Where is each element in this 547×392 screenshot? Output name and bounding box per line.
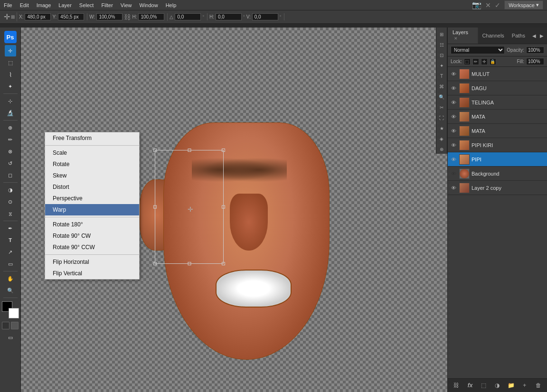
layer-eye-layer2copy[interactable]: 👁 bbox=[450, 184, 457, 192]
mini-btn-6[interactable]: ⌘ bbox=[437, 82, 446, 91]
group-layers-btn[interactable]: 📁 bbox=[506, 381, 516, 390]
transform-handle-bl[interactable] bbox=[153, 262, 157, 265]
transform-handle-tl[interactable] bbox=[153, 149, 157, 152]
ctx-skew[interactable]: Skew bbox=[45, 170, 139, 181]
text-tool[interactable]: T bbox=[5, 234, 16, 246]
transform-handle-bm[interactable] bbox=[188, 262, 191, 265]
transform-handle-br[interactable] bbox=[222, 262, 225, 265]
link-icon[interactable]: ⛓ bbox=[124, 13, 131, 21]
adjustment-layer-btn[interactable]: ◑ bbox=[492, 381, 502, 390]
transform-handle-ml[interactable] bbox=[153, 205, 157, 209]
layer-pipi[interactable]: 👁 PIPI bbox=[448, 152, 547, 167]
cancel-icon[interactable]: ✕ bbox=[485, 1, 491, 9]
layer-eye-background[interactable]: 👁 bbox=[450, 170, 457, 177]
quick-mask-normal[interactable] bbox=[2, 322, 9, 329]
crop-tool[interactable]: ⊹ bbox=[5, 95, 16, 107]
ctx-scale[interactable]: Scale bbox=[45, 147, 139, 159]
layer-dagu[interactable]: 👁 DAGU bbox=[448, 81, 547, 95]
ctx-rotate[interactable]: Rotate bbox=[45, 159, 139, 170]
lasso-tool[interactable]: ⌇ bbox=[5, 69, 16, 80]
zoom-tool[interactable]: 🔍 bbox=[5, 285, 16, 296]
pen-tool[interactable]: ✒ bbox=[5, 223, 16, 234]
layer-eye-telinga[interactable]: 👁 bbox=[450, 99, 457, 106]
mini-btn-1[interactable]: ⊞ bbox=[437, 29, 446, 39]
layer-layer2copy[interactable]: 👁 Layer 2 copy bbox=[448, 181, 547, 195]
layer-telinga[interactable]: 👁 TELINGA bbox=[448, 95, 547, 110]
layer-eye-pipi[interactable]: 👁 bbox=[450, 156, 457, 163]
mini-btn-5[interactable]: T bbox=[437, 71, 446, 81]
background-color[interactable] bbox=[9, 308, 19, 318]
mini-btn-3[interactable]: ⊡ bbox=[437, 50, 446, 60]
mini-btn-10[interactable]: ★ bbox=[437, 123, 446, 133]
clone-stamp-tool[interactable]: ⊗ bbox=[5, 146, 16, 157]
healing-tool[interactable]: ⊕ bbox=[5, 122, 16, 133]
h-input[interactable] bbox=[138, 13, 164, 20]
layer-pipi-kiri[interactable]: 👁 PIPI KIRI bbox=[448, 138, 547, 152]
color-chips[interactable] bbox=[2, 301, 19, 318]
history-brush-tool[interactable]: ↺ bbox=[5, 158, 16, 169]
menu-layer[interactable]: Layer bbox=[55, 1, 75, 9]
quick-mask-mode[interactable] bbox=[11, 322, 19, 329]
blur-tool[interactable]: ⊙ bbox=[5, 196, 16, 207]
add-mask-btn[interactable]: ⬚ bbox=[479, 381, 489, 390]
ctx-warp[interactable]: Warp bbox=[45, 204, 139, 215]
panel-collapse-btn[interactable]: ◀ bbox=[531, 33, 538, 38]
gradient-tool[interactable]: ◑ bbox=[5, 184, 16, 196]
lock-transparency[interactable]: ⬚ bbox=[464, 58, 471, 65]
fx-btn[interactable]: fx bbox=[465, 381, 475, 390]
path-select-tool[interactable]: ↗ bbox=[5, 246, 16, 258]
lock-all[interactable]: 🔒 bbox=[490, 58, 496, 65]
link-layers-btn[interactable]: ⛓ bbox=[452, 381, 461, 390]
menu-image[interactable]: Image bbox=[33, 1, 55, 9]
workspace-button[interactable]: Workspace ▾ bbox=[504, 0, 543, 9]
layer-mulut[interactable]: 👁 MULUT bbox=[448, 67, 547, 81]
eraser-tool[interactable]: ◻ bbox=[5, 169, 16, 181]
move-tool[interactable]: ✛ bbox=[5, 45, 16, 56]
eyedropper-tool[interactable]: 🔬 bbox=[5, 107, 16, 119]
mini-btn-8[interactable]: ✂ bbox=[437, 103, 446, 112]
mini-btn-4[interactable]: ✦ bbox=[437, 61, 446, 70]
layer-eye-mata2[interactable]: 👁 bbox=[450, 127, 457, 135]
ctx-rotate90cw[interactable]: Rotate 90° CW bbox=[45, 230, 139, 242]
delete-layer-btn[interactable]: 🗑 bbox=[534, 381, 543, 390]
panel-expand-btn[interactable]: ▶ bbox=[538, 33, 545, 38]
ctx-flip-vertical[interactable]: Flip Vertical bbox=[45, 268, 139, 279]
transform-center-point[interactable]: ✛ bbox=[188, 205, 191, 209]
y-input[interactable] bbox=[58, 13, 84, 20]
confirm-icon[interactable]: ✓ bbox=[495, 1, 500, 9]
new-layer-btn[interactable]: + bbox=[520, 381, 529, 390]
v-input[interactable] bbox=[252, 13, 278, 20]
w-input[interactable] bbox=[96, 13, 123, 20]
dodge-tool[interactable]: ⧖ bbox=[5, 208, 16, 219]
opacity-input[interactable] bbox=[526, 47, 544, 54]
menu-file[interactable]: File bbox=[0, 1, 16, 9]
ctx-perspective[interactable]: Perspective bbox=[45, 193, 139, 204]
shape-tool[interactable]: ▭ bbox=[5, 258, 16, 270]
lock-paint[interactable]: ✏ bbox=[472, 58, 479, 65]
magic-wand-tool[interactable]: ✦ bbox=[5, 81, 16, 92]
layer-mata1[interactable]: 👁 MATA bbox=[448, 110, 547, 124]
layer-eye-dagu[interactable]: 👁 bbox=[450, 84, 457, 92]
x-input[interactable] bbox=[25, 13, 51, 20]
menu-select[interactable]: Select bbox=[75, 1, 98, 9]
fill-input[interactable] bbox=[526, 58, 544, 65]
ctx-free-transform[interactable]: Free Transform bbox=[45, 132, 139, 144]
lock-position[interactable]: ✛ bbox=[481, 58, 488, 65]
mini-btn-2[interactable]: ☷ bbox=[437, 40, 446, 49]
h2-input[interactable] bbox=[216, 13, 242, 20]
tab-channels[interactable]: Channels bbox=[478, 31, 508, 40]
layer-eye-mulut[interactable]: 👁 bbox=[450, 70, 457, 78]
rotate-input[interactable] bbox=[175, 13, 201, 20]
ctx-rotate90ccw[interactable]: Rotate 90° CCW bbox=[45, 242, 139, 253]
layer-eye-pipi-kiri[interactable]: 👁 bbox=[450, 141, 457, 149]
menu-help[interactable]: Help bbox=[162, 1, 180, 9]
layer-mata2[interactable]: 👁 MATA bbox=[448, 124, 547, 138]
layer-background[interactable]: 👁 Background bbox=[448, 167, 547, 181]
screen-mode-btn[interactable]: ▭ bbox=[5, 332, 16, 343]
mini-btn-7[interactable]: 🔍 bbox=[437, 92, 446, 102]
brush-tool[interactable]: ✏ bbox=[5, 134, 16, 145]
tab-layers[interactable]: Layers ✕ bbox=[448, 28, 478, 44]
menu-edit[interactable]: Edit bbox=[16, 1, 33, 9]
layer-eye-mata1[interactable]: 👁 bbox=[450, 113, 457, 121]
menu-window[interactable]: Window bbox=[136, 1, 162, 9]
